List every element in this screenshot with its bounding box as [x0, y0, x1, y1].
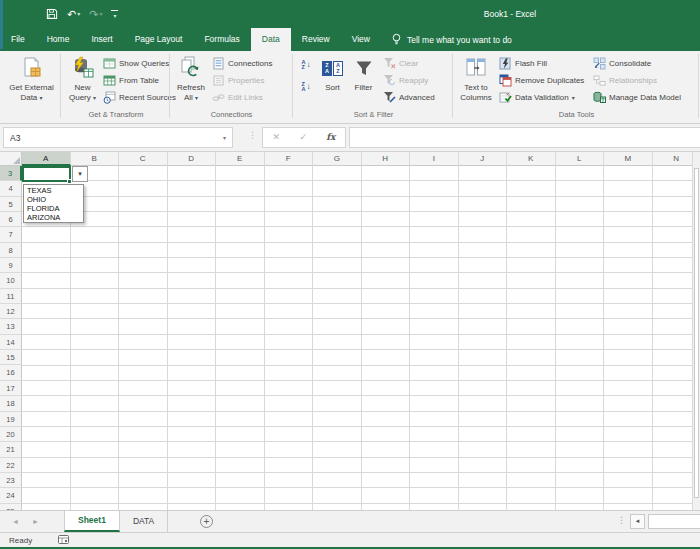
row-header-13[interactable]: 13 [0, 319, 22, 334]
row-header-20[interactable]: 20 [0, 427, 22, 442]
formula-input-box[interactable] [349, 127, 700, 148]
undo-button[interactable]: ↶▾ [67, 9, 80, 20]
show-queries-button[interactable]: Show Queries [103, 55, 169, 71]
button-label: Reapply [399, 76, 428, 85]
name-box[interactable]: ▾ [3, 127, 233, 148]
save-button[interactable] [46, 8, 58, 20]
column-header-e[interactable]: E [216, 152, 265, 166]
consolidate-button[interactable]: Consolidate [593, 55, 651, 71]
dropdown-item-ohio[interactable]: OHIO [24, 195, 83, 204]
row-header-14[interactable]: 14 [0, 335, 22, 350]
tab-view[interactable]: View [341, 28, 381, 51]
dropdown-caret-icon: ▾ [40, 95, 43, 101]
row-header-21[interactable]: 21 [0, 442, 22, 457]
column-header-l[interactable]: L [556, 152, 605, 166]
down-arrow-icon: ↓ [306, 61, 310, 69]
flash-fill-button[interactable]: Flash Fill [499, 55, 547, 71]
row-header-7[interactable]: 7 [0, 227, 22, 242]
dropdown-item-florida[interactable]: FLORIDA [24, 204, 83, 213]
data-validation-button[interactable]: Data Validation ▾ [499, 89, 575, 105]
window-edge-accent [0, 0, 3, 49]
row-header-8[interactable]: 8 [0, 243, 22, 258]
select-all-corner[interactable] [0, 152, 22, 166]
row-header-16[interactable]: 16 [0, 365, 22, 380]
column-header-c[interactable]: C [119, 152, 168, 166]
tell-me-box[interactable]: Tell me what you want to do [391, 28, 512, 51]
customize-qat-button[interactable]: ▾ [111, 10, 118, 19]
tab-page-layout[interactable]: Page Layout [124, 28, 194, 51]
data-validation-dropdown-button[interactable]: ▾ [72, 166, 88, 182]
sheet-nav-left-icon[interactable]: ◄ [12, 511, 19, 533]
dropdown-item-arizona[interactable]: ARIZONA [24, 213, 83, 222]
insert-function-icon[interactable]: fx [326, 133, 335, 142]
column-header-g[interactable]: G [313, 152, 362, 166]
column-header-b[interactable]: B [71, 152, 120, 166]
name-box-input[interactable] [4, 132, 223, 144]
tab-review[interactable]: Review [291, 28, 341, 51]
hscroll-left-arrow[interactable]: ◄ [630, 514, 645, 529]
row-header-17[interactable]: 17 [0, 381, 22, 396]
row-header-12[interactable]: 12 [0, 304, 22, 319]
column-header-j[interactable]: J [459, 152, 508, 166]
column-header-i[interactable]: I [410, 152, 459, 166]
row-header-24[interactable]: 24 [0, 488, 22, 503]
get-external-data-icon [21, 55, 43, 81]
button-label: Recent Sources [119, 93, 176, 102]
row-header-9[interactable]: 9 [0, 258, 22, 273]
cells-area[interactable] [22, 166, 692, 510]
from-table-button[interactable]: From Table [103, 72, 159, 88]
macro-record-icon[interactable] [58, 535, 69, 545]
button-label: Advanced [399, 93, 435, 102]
row-header-19[interactable]: 19 [0, 412, 22, 427]
sheet-nav-right-icon[interactable]: ► [32, 511, 39, 533]
manage-data-model-button[interactable]: Manage Data Model [593, 89, 681, 105]
horizontal-scrollbar-thumb[interactable] [648, 514, 700, 529]
group-label-data-tools: Data Tools [456, 109, 697, 121]
remove-duplicates-button[interactable]: Remove Duplicates [499, 72, 584, 88]
row-header-23[interactable]: 23 [0, 473, 22, 488]
row-header-22[interactable]: 22 [0, 458, 22, 473]
new-sheet-button[interactable]: + [200, 515, 213, 528]
sheet-tab-sheet1[interactable]: Sheet1 [64, 511, 120, 532]
sort-descending-button[interactable]: ZA ↓ [295, 78, 317, 96]
tab-home[interactable]: Home [36, 28, 81, 51]
column-header-m[interactable]: M [604, 152, 653, 166]
tab-formulas[interactable]: Formulas [193, 28, 250, 51]
tab-scrollbar-splitter[interactable]: ⋮ [617, 515, 626, 525]
get-external-data-button[interactable]: Get External Data ▾ [4, 53, 59, 119]
column-header-n[interactable]: N [653, 152, 693, 166]
vertical-scrollbar[interactable] [692, 152, 700, 510]
button-label: Connections [228, 59, 272, 68]
row-header-3[interactable]: 3 [0, 166, 22, 181]
row-header-6[interactable]: 6 [0, 212, 22, 227]
row-header-4[interactable]: 4 [0, 181, 22, 196]
tab-file[interactable]: File [0, 28, 36, 51]
dropdown-caret-icon[interactable]: ▾ [223, 134, 232, 141]
button-label: Filter [355, 83, 373, 93]
row-header-18[interactable]: 18 [0, 396, 22, 411]
column-header-h[interactable]: H [362, 152, 411, 166]
column-header-a[interactable]: A [22, 152, 71, 166]
connections-button[interactable]: Connections [212, 55, 272, 71]
row-header-5[interactable]: 5 [0, 197, 22, 212]
row-header-11[interactable]: 11 [0, 289, 22, 304]
column-header-f[interactable]: F [265, 152, 314, 166]
sheet-tab-data[interactable]: DATA [120, 511, 168, 532]
column-header-d[interactable]: D [168, 152, 217, 166]
row-header-10[interactable]: 10 [0, 273, 22, 288]
sort-ascending-button[interactable]: AZ ↓ [295, 56, 317, 74]
ribbon-tabs: FileHomeInsertPage LayoutFormulasDataRev… [0, 28, 381, 51]
recent-sources-button[interactable]: Recent Sources [103, 89, 176, 105]
status-bar: Ready [0, 532, 700, 547]
sheet-tabs: Sheet1DATA [64, 511, 168, 532]
tab-data[interactable]: Data [251, 28, 291, 51]
advanced-filter-button[interactable]: Advanced [383, 89, 435, 105]
dropdown-item-texas[interactable]: TEXAS [24, 186, 83, 195]
tab-insert[interactable]: Insert [80, 28, 123, 51]
formula-input[interactable] [350, 130, 700, 149]
formula-bar-splitter[interactable]: ⋮ [248, 130, 257, 140]
selected-cell-a3[interactable] [22, 166, 71, 182]
row-header-15[interactable]: 15 [0, 350, 22, 365]
vertical-scrollbar-thumb[interactable] [694, 168, 699, 498]
column-header-k[interactable]: K [507, 152, 556, 166]
